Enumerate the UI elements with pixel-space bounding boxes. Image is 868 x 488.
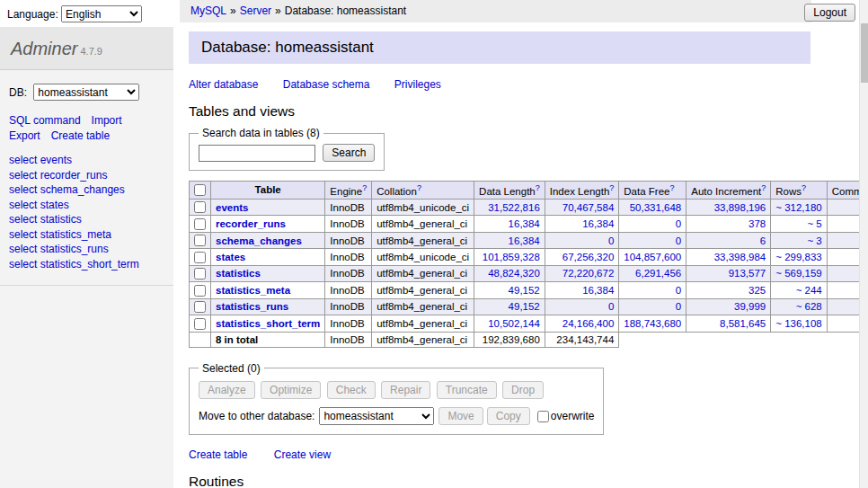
table-name-link[interactable]: statistics [216, 268, 261, 279]
row-select-checkbox[interactable] [194, 218, 206, 230]
data-length-link[interactable]: 16,384 [509, 235, 540, 246]
alter-database-link[interactable]: Alter database [189, 78, 258, 91]
overwrite-checkbox[interactable] [537, 411, 549, 422]
data-free-link[interactable]: 188,743,680 [624, 318, 681, 329]
rows-count-link[interactable]: ~ 3 [807, 235, 821, 246]
copy-button[interactable]: Copy [487, 407, 530, 425]
create-table-link[interactable]: Create table [189, 448, 247, 461]
row-select-checkbox[interactable] [194, 301, 206, 313]
privileges-link[interactable]: Privileges [394, 78, 441, 91]
sidebar-link-export[interactable]: Export [9, 129, 40, 142]
sidebar-item-select-statistics-short-term[interactable]: select statistics_short_term [9, 258, 164, 272]
optimize-button[interactable]: Optimize [261, 381, 321, 399]
data-length-link[interactable]: 49,152 [509, 285, 540, 296]
help-icon[interactable]: ? [802, 183, 806, 192]
auto-increment-link[interactable]: 913,577 [729, 268, 766, 279]
row-select-checkbox[interactable] [194, 285, 206, 297]
table-name-link[interactable]: statistics_runs [216, 301, 288, 312]
scrollbar-thumb[interactable] [861, 23, 868, 83]
auto-increment-link[interactable]: 325 [748, 285, 766, 296]
auto-increment-link[interactable]: 39,999 [734, 301, 766, 312]
sidebar-link-create-table[interactable]: Create table [51, 129, 110, 142]
data-length-link[interactable]: 48,824,320 [488, 268, 540, 279]
sidebar-item-select-schema-changes[interactable]: select schema_changes [9, 183, 164, 198]
help-icon[interactable]: ? [536, 183, 540, 192]
row-select-checkbox[interactable] [194, 235, 206, 246]
auto-increment-link[interactable]: 33,398,984 [714, 252, 766, 262]
move-button[interactable]: Move [438, 407, 483, 425]
sidebar-item-select-states[interactable]: select states [9, 199, 164, 213]
help-icon[interactable]: ? [609, 183, 614, 192]
rows-count-link[interactable]: ~ 244 [796, 285, 822, 296]
check-button[interactable]: Check [327, 381, 376, 399]
auto-increment-link[interactable]: 8,581,645 [720, 318, 766, 329]
help-icon[interactable]: ? [362, 183, 367, 192]
breadcrumb-link-server[interactable]: Server [240, 4, 271, 17]
data-length-link[interactable]: 101,859,328 [483, 252, 540, 262]
sidebar-item-select-events[interactable]: select events [9, 154, 164, 168]
rows-count-link[interactable]: ~ 628 [796, 301, 822, 312]
table-name-link[interactable]: statistics_meta [216, 285, 290, 296]
rows-count-link[interactable]: ~ 5 [807, 218, 821, 229]
move-database-select[interactable]: homeassistant [319, 407, 434, 425]
table-name-link[interactable]: recorder_runs [216, 218, 286, 229]
logout-button[interactable]: Logout [804, 4, 855, 22]
index-length-link[interactable]: 67,256,320 [562, 252, 615, 262]
database-schema-link[interactable]: Database schema [283, 78, 370, 91]
sidebar-item-select-statistics-runs[interactable]: select statistics_runs [9, 243, 164, 257]
table-name-link[interactable]: states [216, 252, 245, 262]
index-length-link[interactable]: 0 [608, 301, 614, 312]
vertical-scrollbar[interactable] [859, 0, 868, 488]
data-length-link[interactable]: 10,502,144 [488, 318, 540, 329]
data-free-link[interactable]: 0 [676, 235, 681, 246]
row-select-checkbox[interactable] [194, 201, 206, 213]
create-view-link[interactable]: Create view [274, 448, 331, 461]
data-free-link[interactable]: 0 [676, 285, 681, 296]
sidebar-item-select-statistics-meta[interactable]: select statistics_meta [9, 228, 164, 243]
data-free-link[interactable]: 104,857,600 [624, 252, 681, 262]
sidebar-link-import[interactable]: Import [92, 114, 122, 127]
breadcrumb-link-mysql[interactable]: MySQL [190, 4, 226, 17]
rows-count-link[interactable]: ~ 312,180 [775, 202, 821, 213]
select-all-checkbox[interactable] [194, 184, 206, 196]
data-free-link[interactable]: 0 [676, 301, 681, 312]
auto-increment-link[interactable]: 378 [748, 218, 766, 229]
sidebar-item-select-recorder-runs[interactable]: select recorder_runs [9, 169, 164, 183]
auto-increment-link[interactable]: 6 [760, 235, 766, 246]
drop-button[interactable]: Drop [502, 381, 544, 399]
index-length-link[interactable]: 72,220,672 [562, 268, 615, 279]
help-icon[interactable]: ? [669, 183, 674, 192]
adminer-logo[interactable]: Adminer [11, 39, 77, 58]
index-length-link[interactable]: 0 [608, 235, 614, 246]
row-select-checkbox[interactable] [194, 318, 206, 330]
index-length-link[interactable]: 70,467,584 [562, 202, 615, 213]
index-length-link[interactable]: 16,384 [582, 285, 614, 296]
auto-increment-link[interactable]: 33,898,196 [714, 202, 766, 213]
search-input[interactable] [199, 145, 315, 162]
db-select[interactable]: homeassistant [33, 84, 139, 101]
sidebar-link-sql-command[interactable]: SQL command [9, 114, 81, 127]
data-length-link[interactable]: 16,384 [509, 218, 540, 229]
index-length-link[interactable]: 16,384 [582, 218, 614, 229]
rows-count-link[interactable]: ~ 299,833 [775, 252, 821, 262]
rows-count-link[interactable]: ~ 136,108 [775, 318, 821, 329]
sidebar-item-select-statistics[interactable]: select statistics [9, 213, 164, 227]
data-length-link[interactable]: 49,152 [509, 301, 540, 312]
help-icon[interactable]: ? [761, 183, 766, 192]
repair-button[interactable]: Repair [381, 381, 430, 399]
truncate-button[interactable]: Truncate [437, 381, 497, 399]
data-length-link[interactable]: 31,522,816 [488, 202, 540, 213]
analyze-button[interactable]: Analyze [199, 381, 255, 399]
data-free-link[interactable]: 6,291,456 [635, 268, 681, 279]
search-button[interactable]: Search [323, 144, 375, 162]
index-length-link[interactable]: 24,166,400 [562, 318, 615, 329]
help-icon[interactable]: ? [417, 183, 421, 192]
row-select-checkbox[interactable] [194, 252, 206, 263]
table-name-link[interactable]: statistics_short_term [216, 318, 320, 329]
rows-count-link[interactable]: ~ 569,159 [775, 268, 821, 279]
table-name-link[interactable]: events [216, 202, 248, 213]
row-select-checkbox[interactable] [194, 268, 206, 279]
data-free-link[interactable]: 50,331,648 [630, 202, 682, 213]
language-select[interactable]: English [61, 5, 142, 22]
data-free-link[interactable]: 0 [676, 218, 681, 229]
